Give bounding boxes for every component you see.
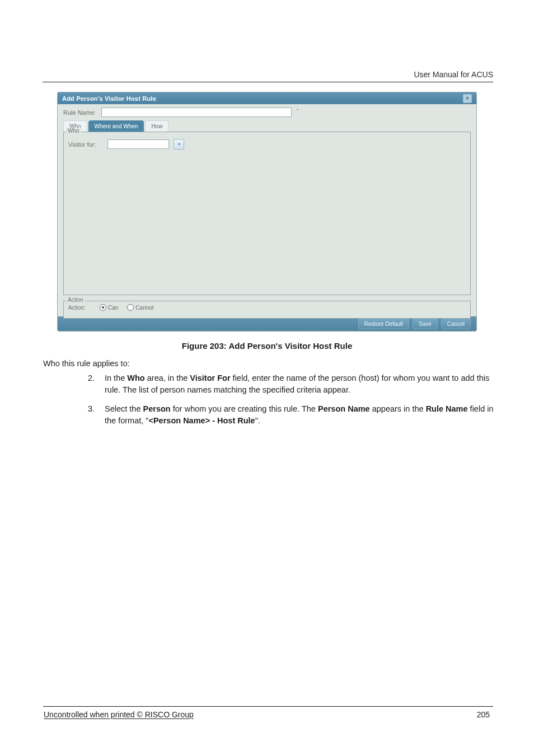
page: User Manual for ACUS Add Person's Visito… (0, 0, 534, 756)
list-item: 2. In the Who area, in the Visitor For f… (43, 372, 494, 395)
header-rule (43, 82, 493, 82)
ordered-steps: 2. In the Who area, in the Visitor For f… (43, 372, 494, 434)
screenshot-panel: Add Person's Visitor Host Rule × Rule Na… (57, 92, 477, 332)
close-icon[interactable]: × (463, 94, 472, 103)
dropdown-icon[interactable]: ▾ (174, 139, 184, 150)
page-number: 205 (477, 710, 490, 719)
who-group-label: Who (66, 128, 81, 134)
window-titlebar: Add Person's Visitor Host Rule × (58, 92, 476, 104)
step-text: In the Who area, in the Visitor For fiel… (105, 372, 494, 395)
restore-default-button[interactable]: Restore Default (358, 318, 409, 329)
page-header-title: User Manual for ACUS (414, 70, 493, 79)
step-number: 2. (81, 372, 105, 395)
radio-cannot[interactable]: Cannot (127, 304, 153, 311)
window-title: Add Person's Visitor Host Rule (62, 95, 156, 102)
visitor-for-input[interactable] (107, 139, 169, 149)
radio-cannot-label: Cannot (135, 305, 153, 311)
step-text: Select the Person for whom you are creat… (105, 403, 494, 426)
radio-can[interactable]: Can (100, 304, 118, 311)
visitor-for-label: Visitor for: (68, 141, 103, 148)
required-mark-icon: * (297, 108, 299, 113)
figure-caption: Figure 203: Add Person's Visitor Host Ru… (0, 341, 534, 351)
window-body: Rule Name: * Who Where and When How Who … (58, 104, 476, 316)
radio-can-label: Can (108, 305, 118, 311)
cancel-button[interactable]: Cancel (441, 318, 471, 329)
rule-name-input[interactable] (101, 108, 292, 117)
radio-icon (100, 304, 106, 311)
footer-left-text: Uncontrolled when printed © RISCO Group (44, 710, 194, 719)
action-group: Action Action: Can Cannot (63, 301, 471, 319)
save-button[interactable]: Save (413, 318, 438, 329)
radio-icon (127, 304, 134, 311)
footer-rule (43, 706, 493, 707)
action-group-label: Action (66, 297, 85, 303)
who-group: Who Visitor for: ▾ (63, 132, 471, 295)
step-number: 3. (81, 403, 105, 426)
intro-text: Who this rule applies to: (43, 359, 130, 368)
action-label: Action: (68, 305, 91, 311)
list-item: 3. Select the Person for whom you are cr… (43, 403, 494, 426)
rule-name-label: Rule Name: (63, 109, 98, 116)
tab-where-and-when[interactable]: Where and When (88, 120, 144, 132)
tab-how[interactable]: How (145, 120, 168, 132)
